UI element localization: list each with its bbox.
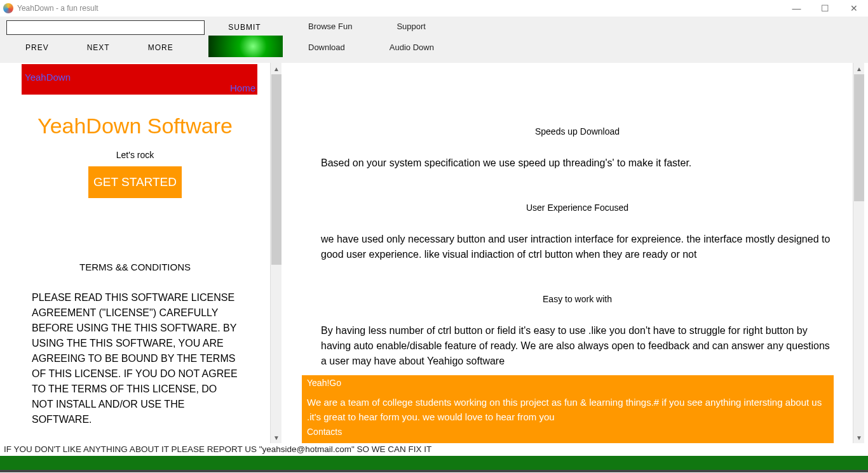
- footer-email: yeahside@hotmail.com: [262, 444, 351, 454]
- nav-row: PREV NEXT MORE: [0, 35, 283, 60]
- brand-link[interactable]: YeahDown: [25, 72, 71, 83]
- minimize-icon[interactable]: —: [782, 0, 811, 17]
- feature-speeds: Speeds up Download Based on your system …: [321, 126, 834, 171]
- left-toolbar: SUBMIT PREV NEXT MORE: [0, 17, 283, 63]
- feature-ux: User Experience Focused we have used onl…: [321, 203, 834, 262]
- menu-support[interactable]: Support: [397, 22, 426, 31]
- scroll-thumb[interactable]: [854, 74, 864, 201]
- left-panel: YeahDown Home YeahDown Software Let's ro…: [0, 63, 283, 443]
- footer-text-post: " SO WE CAN FIX IT: [351, 444, 431, 454]
- hero-section: YeahDown Software Let's rock GET STARTED: [6, 95, 264, 211]
- footer-message: IF YOU DON'T LIKE ANYTHING ABOUT IT PLEA…: [0, 443, 868, 456]
- feature-title: Easy to work with: [321, 294, 834, 304]
- scroll-thumb[interactable]: [271, 74, 281, 265]
- feature-title: Speeds up Download: [321, 126, 834, 137]
- menu-row-2: Download Audio Down: [308, 43, 868, 52]
- home-link[interactable]: Home: [230, 83, 255, 93]
- get-started-button[interactable]: GET STARTED: [88, 166, 182, 198]
- app-icon: [3, 3, 13, 13]
- green-bar: [0, 456, 868, 470]
- about-footer: Yeah!Go We are a team of college student…: [302, 375, 834, 443]
- menu-browse-fun[interactable]: Browse Fun: [308, 22, 352, 31]
- search-row: SUBMIT: [0, 17, 283, 35]
- window-controls: — ☐ ✕: [782, 0, 868, 17]
- contacts-label: Contacts: [307, 427, 829, 437]
- left-content: YeahDown Home YeahDown Software Let's ro…: [0, 63, 270, 443]
- feature-body: By having less number of ctrl button or …: [321, 323, 834, 369]
- scroll-up-icon[interactable]: ▲: [853, 63, 865, 74]
- right-panel: Speeds up Download Based on your system …: [283, 63, 868, 443]
- scroll-down-icon[interactable]: ▼: [853, 432, 865, 443]
- more-button[interactable]: MORE: [129, 43, 193, 52]
- about-title: Yeah!Go: [307, 378, 829, 388]
- menu-download[interactable]: Download: [308, 43, 345, 52]
- menu-audio-down[interactable]: Audio Down: [390, 43, 434, 52]
- feature-easy: Easy to work with By having less number …: [321, 294, 834, 369]
- scroll-down-icon[interactable]: ▼: [271, 432, 282, 443]
- close-icon[interactable]: ✕: [839, 0, 868, 17]
- window-title: YeahDown - a fun result: [17, 4, 98, 13]
- green-graphic: [208, 36, 283, 57]
- toolbar: SUBMIT PREV NEXT MORE Browse Fun Support…: [0, 17, 868, 63]
- terms-section: TERMS && CONDITIONS PLEASE READ THIS SOF…: [6, 211, 264, 427]
- hero-subtitle: Let's rock: [6, 150, 264, 160]
- next-button[interactable]: NEXT: [68, 43, 129, 52]
- right-toolbar: Browse Fun Support Download Audio Down: [283, 17, 868, 63]
- titlebar: YeahDown - a fun result — ☐ ✕: [0, 0, 868, 17]
- right-scrollbar[interactable]: ▲ ▼: [853, 63, 864, 443]
- right-content: Speeds up Download Based on your system …: [283, 63, 853, 443]
- submit-button[interactable]: SUBMIT: [210, 20, 280, 35]
- feature-body: we have used only necessary button and u…: [321, 232, 834, 262]
- menu-row-1: Browse Fun Support: [308, 22, 868, 31]
- bottom-strip: [0, 470, 868, 472]
- left-scrollbar[interactable]: ▲ ▼: [270, 63, 281, 443]
- maximize-icon[interactable]: ☐: [811, 0, 839, 17]
- prev-button[interactable]: PREV: [6, 43, 68, 52]
- scroll-up-icon[interactable]: ▲: [271, 63, 282, 74]
- about-desc: We are a team of college students workin…: [307, 396, 829, 424]
- main-area: YeahDown Home YeahDown Software Let's ro…: [0, 63, 868, 443]
- search-input[interactable]: [6, 20, 205, 35]
- red-header: YeahDown Home: [22, 64, 257, 95]
- hero-title: YeahDown Software: [6, 114, 264, 138]
- terms-title: TERMS && CONDITIONS: [32, 262, 238, 272]
- terms-body: PLEASE READ THIS SOFTWARE LICENSE AGREEM…: [32, 290, 238, 427]
- feature-body: Based on your system specification we us…: [321, 156, 834, 171]
- feature-title: User Experience Focused: [321, 203, 834, 213]
- footer-text-pre: IF YOU DON'T LIKE ANYTHING ABOUT IT PLEA…: [4, 444, 262, 454]
